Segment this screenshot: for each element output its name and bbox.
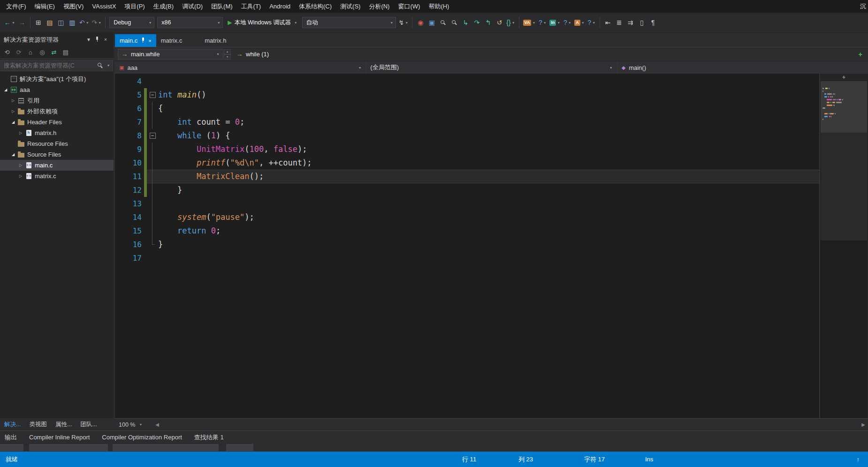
code-inspection-button[interactable]: In▼ bbox=[548, 16, 562, 29]
search-options-caret-icon[interactable]: ▼ bbox=[104, 64, 113, 67]
menu-item[interactable]: 文件(F) bbox=[2, 0, 30, 13]
expander-icon[interactable]: ◢ bbox=[9, 152, 17, 157]
code-line[interactable]: 11 MatrixClean(); bbox=[115, 170, 819, 183]
sync-with-active-document-button[interactable]: ⇄ bbox=[49, 47, 59, 58]
expander-icon[interactable]: ▷ bbox=[17, 174, 24, 178]
tree-item[interactable]: 解决方案"aaa"(1 个项目) bbox=[0, 74, 114, 84]
forward-button[interactable]: ⟳ bbox=[14, 47, 24, 58]
code-line[interactable]: 17 bbox=[115, 251, 819, 265]
sidebar-tab[interactable]: 类视图 bbox=[25, 418, 51, 430]
context-scope-combo[interactable]: → main.while ▼ bbox=[118, 49, 223, 60]
document-tab[interactable]: matrix.h bbox=[200, 34, 231, 47]
sidebar-tab[interactable]: 团队... bbox=[76, 418, 101, 430]
tree-item[interactable]: ▷++matrix.c bbox=[0, 171, 114, 181]
sidebar-tab[interactable]: 解决... bbox=[0, 418, 25, 430]
context-spinner[interactable]: ▲▼ bbox=[224, 49, 231, 60]
navigate-forward-button[interactable]: → bbox=[16, 16, 28, 29]
tree-item[interactable]: ◢Header Files bbox=[0, 117, 114, 128]
help-3-button[interactable]: ?▼ bbox=[586, 16, 597, 29]
help-2-button[interactable]: ?▼ bbox=[562, 16, 573, 29]
zoom-control[interactable]: 100 % ▼ bbox=[115, 420, 152, 430]
menu-item[interactable]: 调试(D) bbox=[178, 0, 207, 13]
code-editor[interactable]: 45−int main()6{7 int count = 0;8− while … bbox=[115, 74, 819, 418]
open-file-button[interactable]: ▤ bbox=[44, 16, 55, 29]
line-display-button[interactable]: ≣ bbox=[614, 16, 625, 29]
start-debugging-button[interactable]: ▶本地 Windows 调试器▼ bbox=[224, 16, 300, 29]
panel-tab[interactable]: 输出 bbox=[5, 433, 17, 442]
project-dropdown[interactable]: ▣ aaa ▼ bbox=[115, 61, 366, 74]
menu-item[interactable]: VAssistX bbox=[88, 0, 120, 13]
menu-item[interactable]: Android bbox=[265, 0, 295, 13]
help-1-button[interactable]: ?▼ bbox=[537, 16, 548, 29]
expander-icon[interactable]: ▷ bbox=[9, 109, 17, 113]
properties-button[interactable]: ▤ bbox=[61, 47, 71, 58]
tree-item[interactable]: ▷外部依赖项 bbox=[0, 106, 114, 117]
menu-item[interactable]: 测试(S) bbox=[336, 0, 365, 13]
menu-item[interactable]: 生成(B) bbox=[149, 0, 178, 13]
window-position-icon[interactable]: ▼ bbox=[84, 37, 93, 42]
add-snippet-icon[interactable]: + bbox=[855, 50, 865, 58]
sidebar-tab[interactable]: 属性... bbox=[51, 418, 76, 430]
format-code-button[interactable]: {}▼ bbox=[505, 16, 516, 29]
redo-button[interactable]: ↷▼ bbox=[91, 16, 103, 29]
step-into-button[interactable]: ↳ bbox=[460, 16, 471, 29]
code-line[interactable]: 10 printf("%d\n", ++count); bbox=[115, 156, 819, 170]
undo-changes-button[interactable]: ↺ bbox=[494, 16, 505, 29]
solution-platform-combo[interactable]: x86▼ bbox=[157, 17, 223, 28]
expander-icon[interactable]: ◢ bbox=[9, 120, 17, 124]
restart-button[interactable]: ◉ bbox=[415, 16, 426, 29]
document-tab[interactable]: matrix.c bbox=[156, 34, 187, 47]
code-line[interactable]: 7 int count = 0; bbox=[115, 115, 819, 129]
menu-item-truncated[interactable]: 沉 bbox=[858, 0, 868, 13]
minimap-track[interactable] bbox=[821, 133, 867, 241]
code-line[interactable]: 6{ bbox=[115, 102, 819, 115]
pin-icon[interactable] bbox=[93, 37, 101, 43]
spin-up-icon[interactable]: ▲ bbox=[224, 49, 231, 54]
member-dropdown[interactable]: ◆ main() bbox=[617, 61, 868, 74]
zoom-out-button[interactable] bbox=[437, 16, 449, 29]
code-line[interactable]: 8− while (1) { bbox=[115, 129, 819, 143]
code-line[interactable]: 13 bbox=[115, 197, 819, 211]
panel-tab[interactable]: 查找结果 1 bbox=[194, 433, 224, 442]
formatting-marks-button[interactable]: ¶ bbox=[647, 16, 659, 29]
save-all-button[interactable]: ▥ bbox=[67, 16, 78, 29]
fold-collapse-icon[interactable]: − bbox=[150, 133, 156, 139]
va-outline-button[interactable]: A▼ bbox=[573, 16, 586, 29]
tree-item[interactable]: ◢++aaa bbox=[0, 84, 114, 95]
tree-item[interactable]: Resource Files bbox=[0, 138, 114, 149]
expander-icon[interactable]: ▷ bbox=[17, 163, 24, 167]
navigate-backward-button[interactable]: ←▼ bbox=[3, 16, 16, 29]
search-input[interactable] bbox=[1, 62, 96, 69]
debug-target-combo[interactable]: 自动▼ bbox=[302, 17, 396, 28]
expander-icon[interactable]: ◢ bbox=[2, 88, 9, 92]
scroll-track[interactable] bbox=[162, 423, 859, 427]
code-line[interactable]: 16} bbox=[115, 238, 819, 251]
pending-changes-button[interactable]: ◎ bbox=[37, 47, 47, 58]
scroll-left-icon[interactable]: ◀ bbox=[152, 422, 162, 427]
search-icon[interactable] bbox=[96, 63, 104, 68]
zoom-in-button[interactable] bbox=[449, 16, 460, 29]
tree-item[interactable]: ▷hmatrix.h bbox=[0, 128, 114, 138]
code-line[interactable]: 4 bbox=[115, 75, 819, 88]
home-button[interactable]: ⌂ bbox=[25, 47, 36, 58]
close-icon[interactable]: × bbox=[148, 38, 151, 44]
document-tab[interactable]: main.c× bbox=[115, 34, 156, 47]
code-line[interactable]: 12 } bbox=[115, 183, 819, 197]
scroll-right-icon[interactable]: ▶ bbox=[859, 422, 868, 427]
panel-tab[interactable]: Compiler Inline Report bbox=[29, 434, 90, 441]
attach-to-process-button[interactable]: ↯▼ bbox=[397, 16, 410, 29]
pin-icon[interactable] bbox=[141, 37, 145, 44]
step-out-button[interactable]: ↰ bbox=[482, 16, 494, 29]
scroll-top-icon[interactable]: ↑ bbox=[857, 452, 860, 467]
menu-item[interactable]: 分析(N) bbox=[365, 0, 394, 13]
menu-item[interactable]: 团队(M) bbox=[207, 0, 237, 13]
code-line[interactable]: 9 UnitMatrix(100, false); bbox=[115, 143, 819, 156]
navigation-toggle-button[interactable]: ⇤ bbox=[602, 16, 614, 29]
fold-collapse-icon[interactable]: − bbox=[150, 92, 156, 98]
splitter-handle-icon[interactable]: + bbox=[820, 74, 868, 81]
tree-item[interactable]: ▷引用 bbox=[0, 95, 114, 106]
menu-item[interactable]: 编辑(E) bbox=[30, 0, 59, 13]
panel-tab[interactable]: Compiler Optimization Report bbox=[102, 434, 182, 441]
bookmark-button[interactable]: ▯ bbox=[636, 16, 647, 29]
minimap-canvas[interactable] bbox=[821, 81, 867, 133]
